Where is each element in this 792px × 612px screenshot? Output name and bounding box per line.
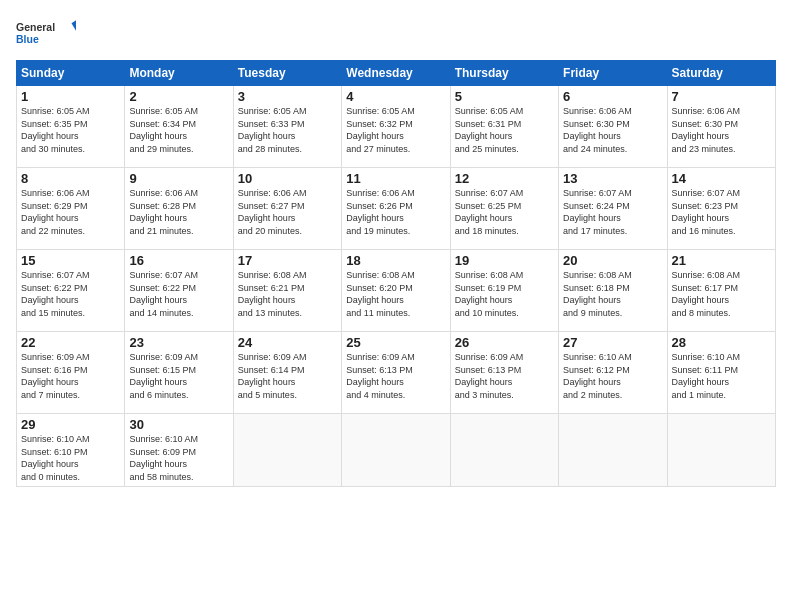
- weekday-header-wednesday: Wednesday: [342, 61, 450, 86]
- calendar-cell: 6 Sunrise: 6:06 AMSunset: 6:30 PMDayligh…: [559, 86, 667, 168]
- day-info: Sunrise: 6:05 AMSunset: 6:34 PMDaylight …: [129, 106, 198, 154]
- calendar-cell: 21 Sunrise: 6:08 AMSunset: 6:17 PMDaylig…: [667, 250, 775, 332]
- day-number: 13: [563, 171, 662, 186]
- day-info: Sunrise: 6:06 AMSunset: 6:30 PMDaylight …: [672, 106, 741, 154]
- svg-text:Blue: Blue: [16, 33, 39, 45]
- day-number: 10: [238, 171, 337, 186]
- day-info: Sunrise: 6:10 AMSunset: 6:11 PMDaylight …: [672, 352, 741, 400]
- calendar-cell: 25 Sunrise: 6:09 AMSunset: 6:13 PMDaylig…: [342, 332, 450, 414]
- day-number: 20: [563, 253, 662, 268]
- day-info: Sunrise: 6:06 AMSunset: 6:27 PMDaylight …: [238, 188, 307, 236]
- day-number: 21: [672, 253, 771, 268]
- day-info: Sunrise: 6:06 AMSunset: 6:30 PMDaylight …: [563, 106, 632, 154]
- calendar-week-3: 15 Sunrise: 6:07 AMSunset: 6:22 PMDaylig…: [17, 250, 776, 332]
- calendar-week-1: 1 Sunrise: 6:05 AMSunset: 6:35 PMDayligh…: [17, 86, 776, 168]
- day-number: 9: [129, 171, 228, 186]
- calendar-cell: [450, 414, 558, 487]
- day-info: Sunrise: 6:08 AMSunset: 6:19 PMDaylight …: [455, 270, 524, 318]
- weekday-header-sunday: Sunday: [17, 61, 125, 86]
- calendar-week-4: 22 Sunrise: 6:09 AMSunset: 6:16 PMDaylig…: [17, 332, 776, 414]
- calendar-cell: 18 Sunrise: 6:08 AMSunset: 6:20 PMDaylig…: [342, 250, 450, 332]
- calendar-cell: 17 Sunrise: 6:08 AMSunset: 6:21 PMDaylig…: [233, 250, 341, 332]
- day-info: Sunrise: 6:07 AMSunset: 6:22 PMDaylight …: [21, 270, 90, 318]
- day-number: 17: [238, 253, 337, 268]
- calendar-cell: 13 Sunrise: 6:07 AMSunset: 6:24 PMDaylig…: [559, 168, 667, 250]
- calendar-week-2: 8 Sunrise: 6:06 AMSunset: 6:29 PMDayligh…: [17, 168, 776, 250]
- calendar-cell: 7 Sunrise: 6:06 AMSunset: 6:30 PMDayligh…: [667, 86, 775, 168]
- day-info: Sunrise: 6:09 AMSunset: 6:15 PMDaylight …: [129, 352, 198, 400]
- calendar-cell: 5 Sunrise: 6:05 AMSunset: 6:31 PMDayligh…: [450, 86, 558, 168]
- weekday-header-saturday: Saturday: [667, 61, 775, 86]
- calendar-cell: 20 Sunrise: 6:08 AMSunset: 6:18 PMDaylig…: [559, 250, 667, 332]
- day-number: 14: [672, 171, 771, 186]
- day-info: Sunrise: 6:05 AMSunset: 6:31 PMDaylight …: [455, 106, 524, 154]
- svg-text:General: General: [16, 21, 55, 33]
- weekday-header-thursday: Thursday: [450, 61, 558, 86]
- calendar-cell: 3 Sunrise: 6:05 AMSunset: 6:33 PMDayligh…: [233, 86, 341, 168]
- calendar-cell: 30 Sunrise: 6:10 AMSunset: 6:09 PMDaylig…: [125, 414, 233, 487]
- day-number: 4: [346, 89, 445, 104]
- day-number: 11: [346, 171, 445, 186]
- day-number: 7: [672, 89, 771, 104]
- day-info: Sunrise: 6:10 AMSunset: 6:12 PMDaylight …: [563, 352, 632, 400]
- calendar-cell: 12 Sunrise: 6:07 AMSunset: 6:25 PMDaylig…: [450, 168, 558, 250]
- day-info: Sunrise: 6:09 AMSunset: 6:13 PMDaylight …: [346, 352, 415, 400]
- day-info: Sunrise: 6:09 AMSunset: 6:14 PMDaylight …: [238, 352, 307, 400]
- day-info: Sunrise: 6:08 AMSunset: 6:20 PMDaylight …: [346, 270, 415, 318]
- weekday-header-monday: Monday: [125, 61, 233, 86]
- calendar-cell: 14 Sunrise: 6:07 AMSunset: 6:23 PMDaylig…: [667, 168, 775, 250]
- day-info: Sunrise: 6:10 AMSunset: 6:09 PMDaylight …: [129, 434, 198, 482]
- calendar-cell: [559, 414, 667, 487]
- calendar-week-5: 29 Sunrise: 6:10 AMSunset: 6:10 PMDaylig…: [17, 414, 776, 487]
- weekday-header-friday: Friday: [559, 61, 667, 86]
- calendar-cell: 8 Sunrise: 6:06 AMSunset: 6:29 PMDayligh…: [17, 168, 125, 250]
- day-number: 22: [21, 335, 120, 350]
- day-number: 3: [238, 89, 337, 104]
- calendar-cell: 27 Sunrise: 6:10 AMSunset: 6:12 PMDaylig…: [559, 332, 667, 414]
- day-info: Sunrise: 6:06 AMSunset: 6:26 PMDaylight …: [346, 188, 415, 236]
- day-number: 30: [129, 417, 228, 432]
- calendar-cell: 10 Sunrise: 6:06 AMSunset: 6:27 PMDaylig…: [233, 168, 341, 250]
- day-info: Sunrise: 6:06 AMSunset: 6:28 PMDaylight …: [129, 188, 198, 236]
- header: General Blue: [16, 14, 776, 52]
- day-info: Sunrise: 6:05 AMSunset: 6:33 PMDaylight …: [238, 106, 307, 154]
- calendar-cell: 15 Sunrise: 6:07 AMSunset: 6:22 PMDaylig…: [17, 250, 125, 332]
- day-info: Sunrise: 6:06 AMSunset: 6:29 PMDaylight …: [21, 188, 90, 236]
- calendar-cell: [667, 414, 775, 487]
- day-info: Sunrise: 6:05 AMSunset: 6:32 PMDaylight …: [346, 106, 415, 154]
- calendar-cell: 29 Sunrise: 6:10 AMSunset: 6:10 PMDaylig…: [17, 414, 125, 487]
- calendar-cell: 4 Sunrise: 6:05 AMSunset: 6:32 PMDayligh…: [342, 86, 450, 168]
- calendar-cell: 11 Sunrise: 6:06 AMSunset: 6:26 PMDaylig…: [342, 168, 450, 250]
- day-number: 2: [129, 89, 228, 104]
- day-number: 1: [21, 89, 120, 104]
- calendar-cell: 24 Sunrise: 6:09 AMSunset: 6:14 PMDaylig…: [233, 332, 341, 414]
- day-info: Sunrise: 6:08 AMSunset: 6:18 PMDaylight …: [563, 270, 632, 318]
- day-info: Sunrise: 6:10 AMSunset: 6:10 PMDaylight …: [21, 434, 90, 482]
- day-number: 26: [455, 335, 554, 350]
- logo-svg: General Blue: [16, 14, 76, 52]
- day-number: 25: [346, 335, 445, 350]
- calendar-cell: [342, 414, 450, 487]
- calendar-cell: 16 Sunrise: 6:07 AMSunset: 6:22 PMDaylig…: [125, 250, 233, 332]
- day-info: Sunrise: 6:08 AMSunset: 6:21 PMDaylight …: [238, 270, 307, 318]
- calendar-cell: 23 Sunrise: 6:09 AMSunset: 6:15 PMDaylig…: [125, 332, 233, 414]
- logo: General Blue: [16, 14, 76, 52]
- day-number: 29: [21, 417, 120, 432]
- day-info: Sunrise: 6:07 AMSunset: 6:25 PMDaylight …: [455, 188, 524, 236]
- calendar-cell: [233, 414, 341, 487]
- day-info: Sunrise: 6:09 AMSunset: 6:16 PMDaylight …: [21, 352, 90, 400]
- calendar: SundayMondayTuesdayWednesdayThursdayFrid…: [16, 60, 776, 487]
- calendar-cell: 9 Sunrise: 6:06 AMSunset: 6:28 PMDayligh…: [125, 168, 233, 250]
- day-info: Sunrise: 6:07 AMSunset: 6:24 PMDaylight …: [563, 188, 632, 236]
- day-number: 6: [563, 89, 662, 104]
- day-number: 19: [455, 253, 554, 268]
- calendar-cell: 22 Sunrise: 6:09 AMSunset: 6:16 PMDaylig…: [17, 332, 125, 414]
- day-number: 12: [455, 171, 554, 186]
- day-info: Sunrise: 6:05 AMSunset: 6:35 PMDaylight …: [21, 106, 90, 154]
- day-number: 24: [238, 335, 337, 350]
- day-number: 5: [455, 89, 554, 104]
- calendar-cell: 19 Sunrise: 6:08 AMSunset: 6:19 PMDaylig…: [450, 250, 558, 332]
- day-number: 15: [21, 253, 120, 268]
- day-info: Sunrise: 6:07 AMSunset: 6:23 PMDaylight …: [672, 188, 741, 236]
- calendar-cell: 26 Sunrise: 6:09 AMSunset: 6:13 PMDaylig…: [450, 332, 558, 414]
